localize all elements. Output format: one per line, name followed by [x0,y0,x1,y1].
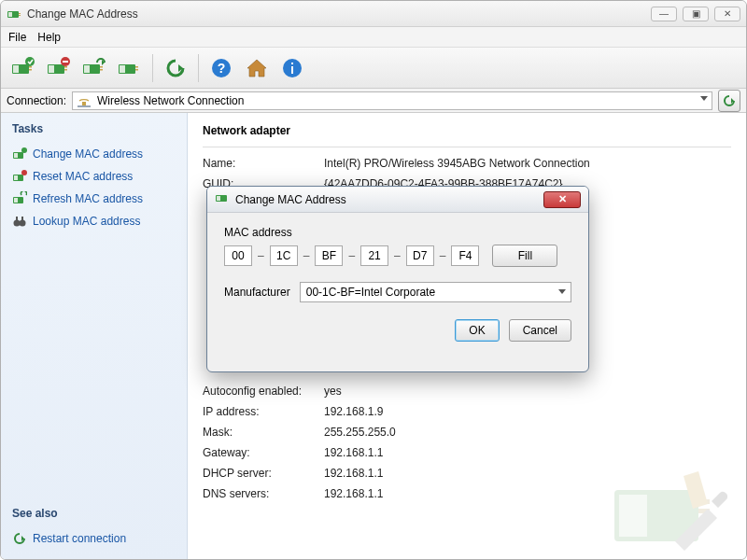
tb-change-mac[interactable] [7,52,40,84]
manufacturer-select[interactable]: 00-1C-BF=Intel Corporate [300,282,571,302]
tb-about[interactable] [275,52,309,84]
svg-rect-2 [19,13,21,14]
dhcp-label: DHCP server: [203,467,324,480]
mac-octet-1[interactable] [224,245,252,266]
mac-octet-4[interactable] [360,245,388,266]
svg-rect-53 [217,196,220,201]
tb-lookup-mac[interactable] [113,52,147,84]
dash: – [348,249,355,262]
svg-rect-16 [84,65,90,73]
svg-rect-11 [64,66,67,68]
mac-octet-3[interactable] [315,245,343,266]
mac-octet-5[interactable] [406,245,434,266]
tasks-heading: Tasks [12,122,176,135]
connection-select[interactable]: Wireless Network Connection [72,91,712,110]
tb-reset-mac[interactable] [42,52,76,84]
tb-refresh-mac[interactable] [78,52,111,84]
sidebar: Tasks Change MAC address Reset MAC addre… [1,113,188,559]
tb-home[interactable] [240,52,274,84]
dialog-actions: OK Cancel [224,319,571,342]
svg-rect-21 [120,65,125,73]
maximize-button[interactable]: ▣ [683,7,709,21]
svg-rect-45 [21,217,23,221]
app-icon [7,7,21,21]
dialog-titlebar: Change MAC Address ✕ [207,187,588,213]
seealso-label: Restart connection [33,532,126,545]
svg-rect-18 [100,69,103,71]
task-label: Reset MAC address [33,170,133,183]
svg-text:?: ? [218,61,226,76]
tb-help[interactable]: ? [204,52,238,84]
dash: – [258,249,264,262]
seealso-restart-connection[interactable]: Restart connection [12,527,176,550]
window-title: Change MAC Address [27,7,651,21]
task-refresh-mac[interactable]: Refresh MAC address [12,188,176,210]
svg-rect-6 [29,66,32,68]
connection-refresh-button[interactable] [718,90,740,112]
svg-rect-35 [14,153,18,158]
toolbar-separator [198,54,199,82]
task-reset-mac[interactable]: Reset MAC address [12,165,176,188]
svg-rect-12 [64,69,67,71]
mac-octet-2[interactable] [270,245,298,266]
svg-rect-14 [63,61,68,63]
dhcp-value: 192.168.1.1 [324,467,383,480]
connection-label: Connection: [7,94,66,107]
mac-octet-6[interactable] [451,245,479,266]
reload-icon [12,531,27,546]
titlebar: Change MAC Address — ▣ ✕ [1,1,746,27]
dialog-icon [215,190,230,208]
dialog-close-button[interactable]: ✕ [543,191,581,208]
section-heading: Network adapter [203,124,731,137]
name-label: Name: [203,157,324,170]
change-mac-dialog: Change MAC Address ✕ MAC address – – – –… [206,186,589,372]
svg-rect-17 [100,66,103,68]
watermark-icon [610,457,740,553]
svg-rect-32 [78,105,91,107]
task-lookup-mac[interactable]: Lookup MAC address [12,210,176,232]
menu-file[interactable]: File [8,31,26,44]
svg-rect-7 [29,69,32,71]
mask-label: Mask: [203,426,324,439]
svg-rect-38 [14,175,18,180]
svg-rect-48 [619,495,647,537]
task-label: Refresh MAC address [33,192,143,205]
toolbar-separator [152,54,153,82]
mac-row: – – – – – Fill [224,245,571,267]
mac-label: MAC address [224,226,571,239]
svg-rect-22 [135,66,138,68]
cancel-button[interactable]: Cancel [509,319,571,342]
task-label: Change MAC address [33,147,143,161]
binoculars-icon [12,214,27,229]
tb-reload[interactable] [159,52,192,84]
nic-set-icon [12,147,27,161]
ip-value: 192.168.1.9 [324,405,383,418]
svg-rect-23 [135,69,138,71]
close-button[interactable]: ✕ [714,7,740,21]
wifi-icon [77,93,92,108]
dash: – [440,249,446,262]
svg-point-36 [21,147,27,153]
svg-rect-3 [19,15,21,16]
svg-point-39 [21,170,27,175]
manufacturer-row: Manufacturer 00-1C-BF=Intel Corporate [224,282,571,302]
fill-button[interactable]: Fill [492,245,557,267]
task-change-mac[interactable]: Change MAC address [12,143,176,165]
svg-rect-44 [16,217,18,221]
svg-rect-30 [291,66,293,74]
connection-value: Wireless Network Connection [97,94,244,107]
ip-label: IP address: [203,405,324,418]
svg-marker-27 [247,60,266,77]
menu-help[interactable]: Help [37,31,61,44]
dns-value: 192.168.1.1 [324,487,383,500]
gw-label: Gateway: [203,446,324,459]
dash: – [394,249,401,262]
connection-bar: Connection: Wireless Network Connection [1,89,746,113]
mask-value: 255.255.255.0 [324,426,396,439]
dns-label: DNS servers: [203,487,324,500]
svg-rect-10 [49,65,54,73]
minimize-button[interactable]: — [651,7,677,21]
ok-button[interactable]: OK [455,319,499,342]
svg-rect-41 [14,198,18,203]
manufacturer-value: 00-1C-BF=Intel Corporate [306,286,435,299]
